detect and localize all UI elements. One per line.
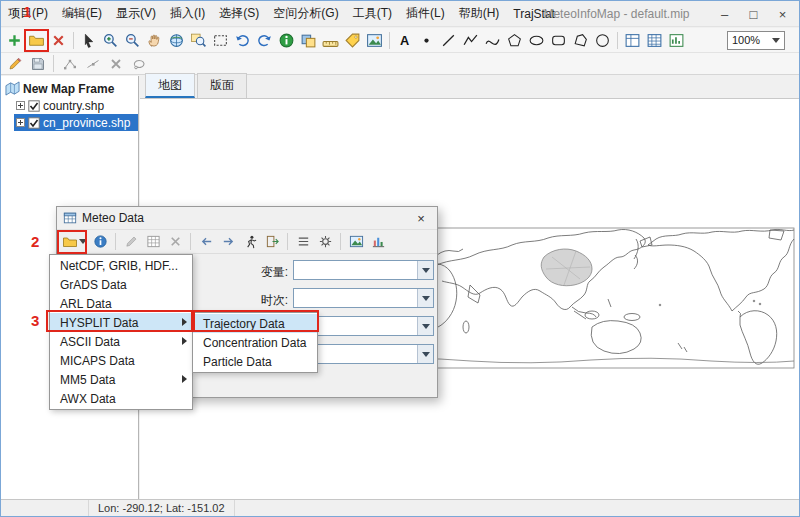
insert-chart-button[interactable]: [666, 30, 687, 51]
label-button[interactable]: [342, 30, 363, 51]
curve-tool-button[interactable]: [482, 30, 503, 51]
rounded-rect-tool-button[interactable]: [548, 30, 569, 51]
menu-plugins[interactable]: 插件(L): [399, 0, 452, 27]
menu-item-mm5[interactable]: MM5 Data: [50, 370, 192, 389]
polygon-tool-button[interactable]: [504, 30, 525, 51]
expand-icon[interactable]: [16, 101, 25, 110]
delete-feature-button[interactable]: [105, 53, 126, 74]
tab-map[interactable]: 地图: [145, 73, 195, 98]
draw-image-button[interactable]: [346, 232, 366, 252]
draw-chart-button[interactable]: [368, 232, 388, 252]
maximize-button[interactable]: □: [739, 1, 768, 27]
edit-vertices-button[interactable]: [59, 53, 80, 74]
full-extent-button[interactable]: [166, 30, 187, 51]
close-project-button[interactable]: [48, 30, 69, 51]
dialog-title-bar[interactable]: Meteo Data ×: [57, 207, 437, 230]
combo-arrow[interactable]: [417, 289, 433, 307]
save-edit-button[interactable]: [27, 53, 48, 74]
menu-item-label: Concentration Data: [203, 336, 306, 350]
minimize-button[interactable]: –: [710, 1, 739, 27]
select-features-button[interactable]: [298, 30, 319, 51]
menu-view[interactable]: 显示(V): [109, 0, 163, 27]
circle-tool-button[interactable]: [592, 30, 613, 51]
combo-arrow[interactable]: [417, 317, 433, 335]
point-tool-button[interactable]: [416, 30, 437, 51]
zoom-in-button[interactable]: [100, 30, 121, 51]
checkbox-checked-icon[interactable]: [28, 100, 40, 112]
data-table-button[interactable]: [143, 232, 163, 252]
close-button[interactable]: ×: [768, 1, 797, 27]
open-data-button[interactable]: [60, 232, 88, 252]
checkbox-checked-icon[interactable]: [28, 117, 40, 129]
submenu-item-trajectory[interactable]: Trajectory Data: [193, 314, 317, 333]
reshape-feature-button[interactable]: [128, 53, 149, 74]
menu-selection[interactable]: 选择(S): [212, 0, 266, 27]
menu-spatial-analysis[interactable]: 空间分析(G): [266, 0, 345, 27]
edit-data-button[interactable]: [121, 232, 141, 252]
add-vertex-button[interactable]: [82, 53, 103, 74]
zoom-previous-button[interactable]: [232, 30, 253, 51]
menu-item-netcdf[interactable]: NetCDF, GRIB, HDF...: [50, 256, 192, 275]
layer-node-cn-province[interactable]: cn_province.shp: [14, 114, 138, 131]
menu-item-hysplit[interactable]: HYSPLIT Data: [50, 313, 192, 332]
next-time-button[interactable]: [218, 232, 238, 252]
menu-item-awx[interactable]: AWX Data: [50, 389, 192, 408]
dialog-close-button[interactable]: ×: [411, 211, 431, 226]
globe-icon: [168, 32, 185, 49]
add-image-button[interactable]: [364, 30, 385, 51]
new-project-button[interactable]: [4, 30, 25, 51]
data-info-button[interactable]: [90, 232, 110, 252]
remove-data-button[interactable]: [165, 232, 185, 252]
menu-item-arl[interactable]: ARL Data: [50, 294, 192, 313]
map-frame-node[interactable]: New Map Frame: [1, 80, 138, 97]
arrow-right-icon: [221, 234, 236, 249]
dimension-list-button[interactable]: [293, 232, 313, 252]
submenu-item-particle[interactable]: Particle Data: [193, 352, 317, 371]
insert-legend-button[interactable]: [622, 30, 643, 51]
line-tool-button[interactable]: [438, 30, 459, 51]
combo-arrow[interactable]: [417, 261, 433, 279]
select-element-button[interactable]: [78, 30, 99, 51]
menu-item-label: MM5 Data: [60, 373, 115, 387]
menu-edit[interactable]: 编辑(E): [55, 0, 109, 27]
start-edit-button[interactable]: [4, 53, 25, 74]
previous-time-button[interactable]: [196, 232, 216, 252]
open-file-button[interactable]: [26, 30, 47, 51]
submenu-arrow-icon: [182, 375, 187, 383]
layer-node-country[interactable]: country.shp: [14, 97, 138, 114]
ellipse-tool-button[interactable]: [526, 30, 547, 51]
zoom-window-button[interactable]: [210, 30, 231, 51]
chevron-down-icon: [422, 268, 430, 273]
time-combo[interactable]: [293, 288, 434, 308]
menu-item-micaps[interactable]: MICAPS Data: [50, 351, 192, 370]
freehand-polygon-button[interactable]: [570, 30, 591, 51]
animate-button[interactable]: [240, 232, 260, 252]
tab-layout[interactable]: 版面: [197, 73, 247, 98]
text-tool-button[interactable]: A: [394, 30, 415, 51]
menu-insert[interactable]: 插入(I): [163, 0, 212, 27]
submenu-item-concentration[interactable]: Concentration Data: [193, 333, 317, 352]
polyline-tool-button[interactable]: [460, 30, 481, 51]
status-coordinates: Lon: -290.12; Lat: -151.02: [89, 500, 235, 516]
zoom-to-layer-button[interactable]: [188, 30, 209, 51]
identify-button[interactable]: [276, 30, 297, 51]
zoom-level-combo[interactable]: 100%: [727, 31, 785, 50]
runner-icon: [243, 234, 258, 249]
expand-icon[interactable]: [16, 118, 25, 127]
zoom-next-button[interactable]: [254, 30, 275, 51]
settings-button[interactable]: [315, 232, 335, 252]
menu-item-label: GrADS Data: [60, 278, 127, 292]
menu-item-ascii[interactable]: ASCII Data: [50, 332, 192, 351]
table-grid-icon: [646, 32, 663, 49]
pan-button[interactable]: [144, 30, 165, 51]
exit-drawing-button[interactable]: [262, 232, 282, 252]
zoom-out-button[interactable]: [122, 30, 143, 51]
variable-combo[interactable]: [293, 260, 434, 280]
bar-chart-icon: [668, 32, 685, 49]
menu-tools[interactable]: 工具(T): [346, 0, 399, 27]
menu-item-grads[interactable]: GrADS Data: [50, 275, 192, 294]
insert-table-button[interactable]: [644, 30, 665, 51]
combo-arrow[interactable]: [417, 345, 433, 363]
save-disk-icon: [30, 56, 46, 72]
measure-button[interactable]: [320, 30, 341, 51]
